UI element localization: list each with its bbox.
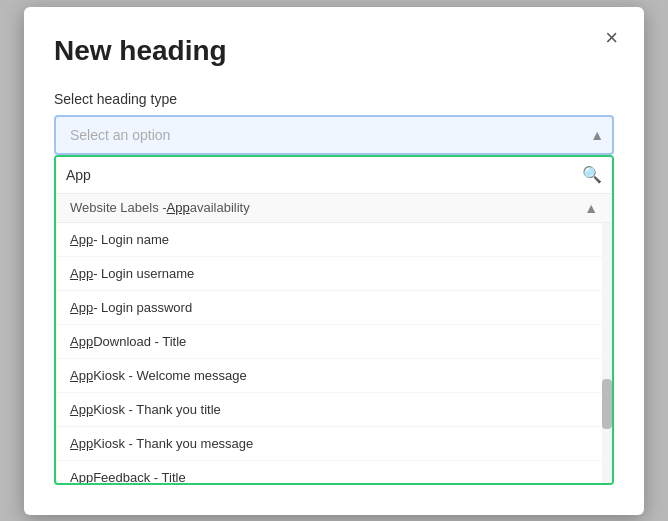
item-highlight: App [70, 266, 93, 281]
select-wrapper: Select an option ▲ [54, 115, 614, 155]
item-highlight: App [70, 436, 93, 451]
search-icon: 🔍 [582, 165, 602, 184]
item-suffix: - Login username [93, 266, 194, 281]
dropdown-scroll-wrapper: App - Login name App - Login username Ap… [56, 223, 612, 483]
modal-dialog: × New heading Select heading type Select… [24, 7, 644, 515]
close-button[interactable]: × [599, 25, 624, 51]
list-item[interactable]: App Download - Title [56, 325, 612, 359]
availability-scroll-icon: ▲ [584, 200, 598, 216]
list-item[interactable]: App Kiosk - Thank you message [56, 427, 612, 461]
list-item[interactable]: App - Login name [56, 223, 612, 257]
search-input[interactable] [66, 163, 582, 187]
list-item[interactable]: App - Login password [56, 291, 612, 325]
availability-highlight: App [167, 200, 190, 215]
dropdown-scroll[interactable]: App - Login name App - Login username Ap… [56, 223, 612, 483]
item-suffix: - Login password [93, 300, 192, 315]
list-item[interactable]: App - Login username [56, 257, 612, 291]
availability-suffix: availability [190, 200, 250, 215]
modal-title: New heading [54, 35, 614, 67]
availability-row: Website Labels - App availability ▲ [56, 194, 612, 223]
item-highlight: App [70, 232, 93, 247]
item-suffix: Kiosk - Welcome message [93, 368, 247, 383]
item-highlight: App [70, 402, 93, 417]
item-suffix: Feedback - Title [93, 470, 186, 483]
item-suffix: Download - Title [93, 334, 186, 349]
item-highlight: App [70, 334, 93, 349]
search-row: 🔍 [56, 157, 612, 194]
item-suffix: Kiosk - Thank you message [93, 436, 253, 451]
item-highlight: App [70, 470, 93, 483]
scrollbar-track [602, 223, 612, 483]
list-item[interactable]: App Kiosk - Thank you title [56, 393, 612, 427]
scrollbar-thumb[interactable] [602, 379, 612, 429]
select-label: Select heading type [54, 91, 614, 107]
select-placeholder: Select an option [70, 127, 170, 143]
item-highlight: App [70, 300, 93, 315]
item-suffix: Kiosk - Thank you title [93, 402, 221, 417]
item-highlight: App [70, 368, 93, 383]
select-display[interactable]: Select an option [54, 115, 614, 155]
list-item[interactable]: App Kiosk - Welcome message [56, 359, 612, 393]
dropdown-container: 🔍 Website Labels - App availability ▲ Ap… [54, 155, 614, 485]
item-suffix: - Login name [93, 232, 169, 247]
list-item[interactable]: App Feedback - Title [56, 461, 612, 483]
availability-prefix: Website Labels - [70, 200, 167, 215]
modal-overlay: × New heading Select heading type Select… [0, 0, 668, 521]
